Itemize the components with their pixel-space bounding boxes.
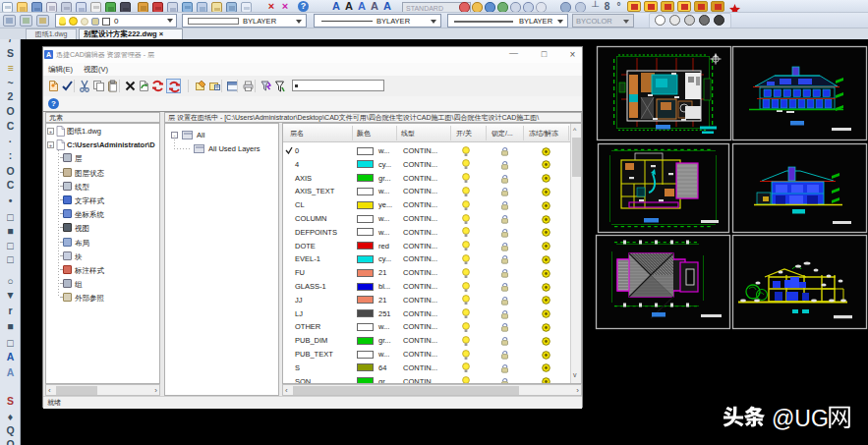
- svg-text:@UG: @UG: [772, 406, 829, 431]
